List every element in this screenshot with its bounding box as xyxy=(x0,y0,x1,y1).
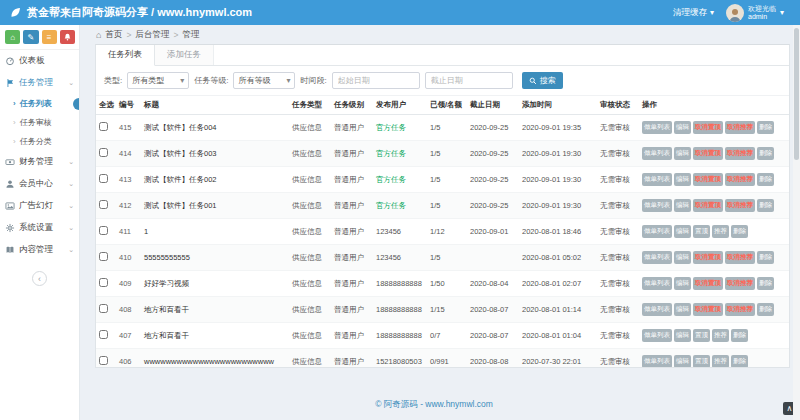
action-button[interactable]: 取消置顶 xyxy=(693,251,723,264)
task-submenu: › 任务列表 › 任务审核 › 任务分类 xyxy=(0,94,79,151)
action-button[interactable]: 做单列表 xyxy=(642,173,672,186)
sidebar-item-system-settings[interactable]: 系统设置 ⌄ xyxy=(0,217,79,239)
action-button[interactable]: 删除 xyxy=(757,251,774,264)
sidebar-item-task-management[interactable]: 任务管理 ⌄ xyxy=(0,72,79,94)
action-button[interactable]: 取消推荐 xyxy=(725,147,755,160)
sidebar-item-task-category[interactable]: › 任务分类 xyxy=(0,132,79,151)
row-checkbox[interactable] xyxy=(99,226,108,235)
caret-down-icon: ▾ xyxy=(286,77,290,85)
row-checkbox[interactable] xyxy=(99,252,108,261)
action-button[interactable]: 取消置顶 xyxy=(693,277,723,290)
action-button[interactable]: 编辑 xyxy=(674,329,691,342)
tab-add-task[interactable]: 添加任务 xyxy=(155,45,214,65)
action-button[interactable]: 取消置顶 xyxy=(693,199,723,212)
row-checkbox[interactable] xyxy=(99,174,108,183)
review-status: 无需审核 xyxy=(597,323,639,349)
row-checkbox[interactable] xyxy=(99,200,108,209)
sidebar-collapse-button[interactable]: ‹ xyxy=(32,271,47,286)
action-button[interactable]: 推荐 xyxy=(712,225,729,238)
row-checkbox[interactable] xyxy=(99,356,108,365)
task-type: 供应信息 xyxy=(289,297,331,323)
end-date-input[interactable] xyxy=(425,72,513,89)
home-shortcut-button[interactable]: ⌂ xyxy=(5,30,20,44)
action-button[interactable]: 取消推荐 xyxy=(725,121,755,134)
action-button[interactable]: 删除 xyxy=(757,147,774,160)
action-button[interactable]: 做单列表 xyxy=(642,329,672,342)
sidebar-item-content-management[interactable]: 内容管理 ⌄ xyxy=(0,239,79,261)
action-button[interactable]: 做单列表 xyxy=(642,199,672,212)
action-button[interactable]: 取消推荐 xyxy=(725,251,755,264)
action-button[interactable]: 做单列表 xyxy=(642,277,672,290)
type-filter-select[interactable]: 所有类型 ▾ xyxy=(127,72,189,89)
action-button[interactable]: 删除 xyxy=(757,173,774,186)
notice-shortcut-button[interactable] xyxy=(60,30,75,44)
sidebar-item-task-list[interactable]: › 任务列表 xyxy=(0,94,79,113)
action-button[interactable]: 做单列表 xyxy=(642,355,672,368)
action-button[interactable]: 删除 xyxy=(731,355,748,368)
action-button[interactable]: 编辑 xyxy=(674,251,691,264)
action-button[interactable]: 推荐 xyxy=(712,329,729,342)
scrollbar-track[interactable] xyxy=(793,25,800,420)
edit-shortcut-button[interactable]: ✎ xyxy=(23,30,38,44)
action-button[interactable]: 编辑 xyxy=(674,277,691,290)
action-button[interactable]: 取消推荐 xyxy=(725,303,755,316)
action-button[interactable]: 删除 xyxy=(731,225,748,238)
search-button[interactable]: 搜索 xyxy=(522,72,563,89)
action-button[interactable]: 编辑 xyxy=(674,173,691,186)
user-menu[interactable]: 欢迎光临 admin ▾ xyxy=(726,4,784,22)
footer-copyright[interactable]: © 阿奇源码 - www.hnymwl.com xyxy=(80,399,788,411)
sidebar-item-ad-slides[interactable]: 广告幻灯 ⌄ xyxy=(0,195,79,217)
action-button[interactable]: 取消推荐 xyxy=(725,199,755,212)
action-button[interactable]: 删除 xyxy=(757,277,774,290)
action-button[interactable]: 推荐 xyxy=(712,355,729,368)
action-button[interactable]: 取消置顶 xyxy=(693,173,723,186)
breadcrumb-home[interactable]: 首页 xyxy=(105,29,122,41)
col-select-all[interactable]: 全选 xyxy=(96,96,116,115)
action-button[interactable]: 编辑 xyxy=(674,303,691,316)
action-button[interactable]: 置顶 xyxy=(693,225,710,238)
action-button[interactable]: 做单列表 xyxy=(642,121,672,134)
active-marker xyxy=(73,98,79,110)
list-shortcut-button[interactable]: ≡ xyxy=(42,30,57,44)
action-button[interactable]: 编辑 xyxy=(674,121,691,134)
sidebar-item-dashboard[interactable]: 仪表板 xyxy=(0,50,79,72)
breadcrumb-admin[interactable]: 后台管理 xyxy=(135,29,169,41)
row-checkbox[interactable] xyxy=(99,304,108,313)
sidebar-item-task-review[interactable]: › 任务审核 xyxy=(0,113,79,132)
action-button[interactable]: 删除 xyxy=(731,329,748,342)
start-date-input[interactable] xyxy=(332,72,420,89)
level-filter-select[interactable]: 所有等级 ▾ xyxy=(233,72,295,89)
row-checkbox[interactable] xyxy=(99,278,108,287)
scrollbar-thumb[interactable] xyxy=(794,28,799,160)
action-button[interactable]: 编辑 xyxy=(674,147,691,160)
action-button[interactable]: 编辑 xyxy=(674,199,691,212)
row-checkbox[interactable] xyxy=(99,122,108,131)
caret-down-icon: ▾ xyxy=(180,77,184,85)
app-logo[interactable]: 赏金帮来自阿奇源码分享 / www.hnymwl.com xyxy=(0,5,252,20)
action-button[interactable]: 取消推荐 xyxy=(725,173,755,186)
action-button[interactable]: 编辑 xyxy=(674,355,691,368)
action-button[interactable]: 做单列表 xyxy=(642,303,672,316)
action-button[interactable]: 置顶 xyxy=(693,355,710,368)
action-button[interactable]: 做单列表 xyxy=(642,225,672,238)
task-quota: 1/5 xyxy=(427,167,467,193)
clear-cache-menu[interactable]: 清理缓存 ▾ xyxy=(673,7,714,19)
row-checkbox[interactable] xyxy=(99,330,108,339)
action-button[interactable]: 删除 xyxy=(757,121,774,134)
sidebar-item-members[interactable]: 会员中心 ⌄ xyxy=(0,173,79,195)
book-icon xyxy=(5,245,15,255)
action-button[interactable]: 取消推荐 xyxy=(725,277,755,290)
row-checkbox[interactable] xyxy=(99,148,108,157)
action-button[interactable]: 置顶 xyxy=(693,329,710,342)
action-button[interactable]: 删除 xyxy=(757,303,774,316)
action-button[interactable]: 做单列表 xyxy=(642,251,672,264)
tab-task-list[interactable]: 任务列表 xyxy=(96,45,155,66)
sidebar-item-finance[interactable]: 财务管理 ⌄ xyxy=(0,151,79,173)
task-level: 普通用户 xyxy=(331,141,373,167)
action-button[interactable]: 取消置顶 xyxy=(693,121,723,134)
action-button[interactable]: 编辑 xyxy=(674,225,691,238)
action-button[interactable]: 取消置顶 xyxy=(693,303,723,316)
action-button[interactable]: 取消置顶 xyxy=(693,147,723,160)
action-button[interactable]: 删除 xyxy=(757,199,774,212)
action-button[interactable]: 做单列表 xyxy=(642,147,672,160)
